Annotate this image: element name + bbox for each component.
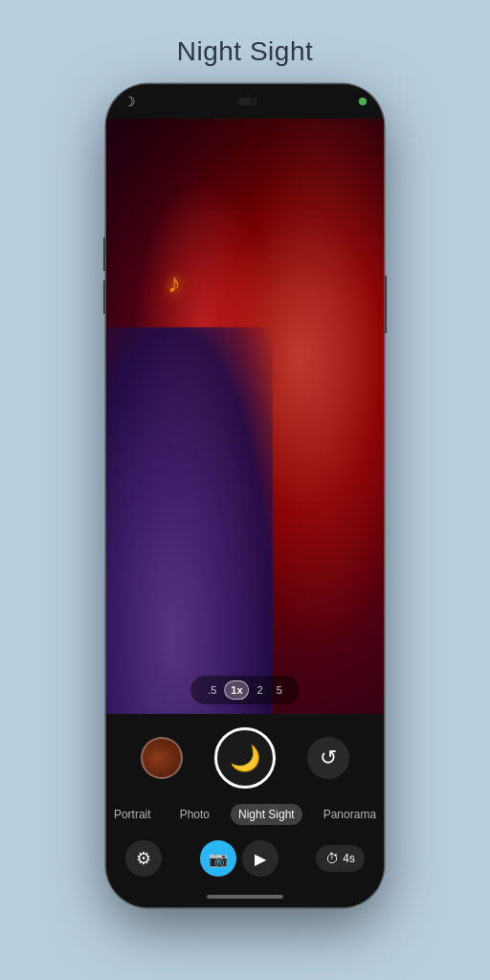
night-sight-icon: 🌙 [230,744,260,773]
shutter-button[interactable]: 🌙 [214,727,276,789]
timer-icon: ⏱ [325,851,339,866]
mode-panorama[interactable]: Panorama [316,804,384,825]
timer-button[interactable]: ⏱ 4s [316,845,365,872]
camera-viewfinder: ♪ .5 1x 2 5 [106,119,384,714]
camera-controls: 🌙 ↺ Portrait Photo Night Sight Panorama … [106,714,384,907]
bottom-toolbar: ⚙ 📷 ▶ ⏱ 4s [106,835,384,886]
home-bar [207,895,283,899]
media-mode-buttons: 📷 ▶ [200,840,278,877]
front-camera-dot [250,99,256,104]
status-bar: ☽ [106,84,384,119]
phone-screen: ☽ ♪ .5 1x 2 5 [106,84,384,907]
shutter-row: 🌙 ↺ [106,727,384,798]
signal-indicator [359,98,367,105]
camera-mode-row: Portrait Photo Night Sight Panorama [106,798,384,835]
timer-label: 4s [343,852,355,865]
zoom-1x[interactable]: 1x [224,680,249,700]
home-indicator [106,886,384,907]
photo-mode-button[interactable]: 📷 [200,840,236,877]
video-mode-button[interactable]: ▶ [242,840,278,877]
settings-button[interactable]: ⚙ [125,840,162,877]
zoom-controls: .5 1x 2 5 [190,676,300,704]
mode-portrait[interactable]: Portrait [106,804,159,825]
mode-night-sight[interactable]: Night Sight [231,804,302,825]
flip-camera-button[interactable]: ↺ [307,737,349,779]
status-left: ☽ [123,94,136,109]
mode-photo[interactable]: Photo [172,804,217,825]
phone-frame-wrapper: ☽ ♪ .5 1x 2 5 [106,84,384,907]
video-icon: ▶ [255,850,266,868]
settings-icon: ⚙ [136,848,151,869]
zoom-2x[interactable]: 2 [252,681,269,699]
thumbnail-button[interactable] [141,737,183,779]
flip-camera-icon: ↺ [320,746,337,770]
night-mode-icon: ☽ [123,94,136,109]
page-title: Night Sight [177,36,313,67]
neon-sign: ♪ [167,268,181,299]
viewfinder-image: ♪ [106,119,384,714]
zoom-0-5[interactable]: .5 [202,681,222,699]
camera-notch [238,98,257,105]
zoom-5x[interactable]: 5 [271,681,288,699]
person-area [232,119,385,714]
photo-icon: 📷 [209,850,228,868]
